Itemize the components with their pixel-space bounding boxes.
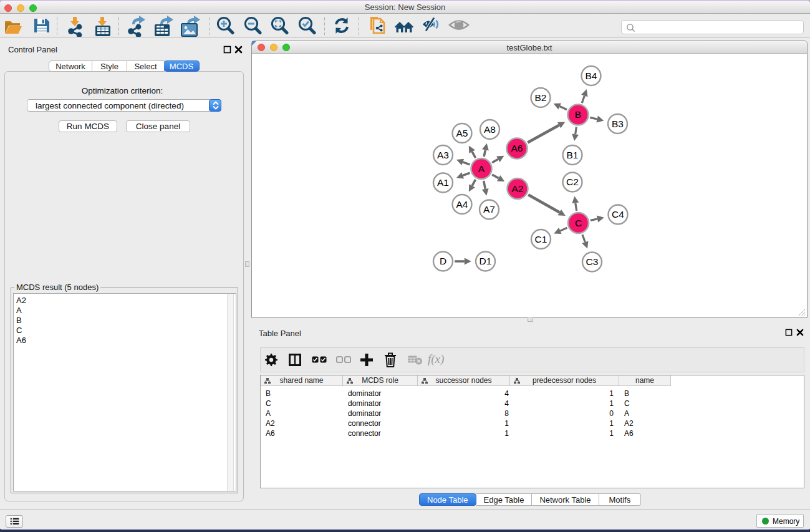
svg-text:A6: A6 [511, 143, 523, 153]
svg-text:B4: B4 [586, 70, 597, 81]
svg-text:B1: B1 [567, 150, 579, 160]
svg-text:A1: A1 [437, 177, 449, 188]
svg-text:C2: C2 [566, 177, 579, 187]
svg-text:A3: A3 [437, 150, 449, 160]
svg-text:D: D [440, 256, 446, 266]
svg-text:B3: B3 [612, 118, 624, 129]
svg-text:A4: A4 [456, 199, 468, 210]
svg-text:C1: C1 [535, 234, 547, 244]
svg-text:D1: D1 [480, 256, 492, 266]
svg-text:B2: B2 [535, 92, 547, 103]
svg-text:A8: A8 [484, 124, 496, 135]
svg-text:C4: C4 [612, 209, 624, 220]
svg-text:C: C [575, 218, 582, 228]
svg-text:C3: C3 [586, 256, 599, 267]
svg-text:A5: A5 [456, 128, 468, 138]
svg-text:A: A [478, 163, 485, 174]
svg-text:A2: A2 [512, 183, 524, 194]
svg-text:B: B [575, 109, 581, 120]
svg-text:A7: A7 [483, 204, 495, 215]
